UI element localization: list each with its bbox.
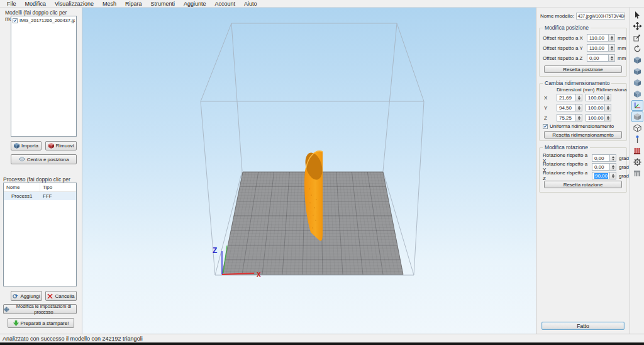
col-header-tipo[interactable]: Tipo	[40, 183, 72, 191]
wireframe-view-icon[interactable]	[631, 123, 643, 133]
models-panel: Modelli (fai doppio clic per modificare)…	[0, 8, 82, 334]
view-toolbar	[630, 8, 644, 334]
taskbar-strip	[0, 342, 644, 345]
process-table[interactable]: Nome Tipo Process1 FFF	[3, 183, 77, 286]
probe-icon[interactable]	[631, 134, 643, 145]
rotation-z-unit: grad	[619, 173, 629, 179]
rotate-icon[interactable]	[631, 43, 643, 54]
reset-position-button[interactable]: Resetta posizione	[544, 65, 622, 73]
dim-z-spinbox[interactable]: 75,25	[557, 114, 582, 122]
spin-up-icon[interactable]	[611, 36, 613, 38]
status-message: Analizzato con successo il modello con 2…	[3, 336, 143, 342]
menu-account[interactable]: Account	[210, 1, 240, 7]
process-type-cell: FFF	[40, 192, 72, 200]
rotation-z-label: Rotazione rispetto a Z	[543, 170, 592, 181]
process-gear-icon	[4, 307, 9, 312]
rotation-x-unit: grad	[619, 156, 629, 161]
offset-y-unit: mm	[618, 45, 626, 51]
delete-label: Cancella	[55, 293, 74, 299]
menu-aiuto[interactable]: Aiuto	[240, 1, 262, 7]
brush-icon[interactable]	[631, 168, 643, 179]
offset-z-unit: mm	[618, 55, 626, 61]
model-list[interactable]: IMG_20171206_200437.jpgW...	[11, 16, 77, 137]
model-visible-checkbox[interactable]	[13, 18, 18, 23]
offset-y-spinbox[interactable]: 110,00	[587, 44, 615, 52]
pct-z-spinbox[interactable]: 100,00	[586, 114, 611, 122]
uniform-scaling-checkbox[interactable]	[543, 124, 548, 129]
add-process-button[interactable]: Aggiungi	[11, 291, 42, 301]
delete-process-button[interactable]: Cancella	[45, 291, 77, 301]
col-header-nome[interactable]: Nome	[4, 183, 40, 191]
reset-rotation-button[interactable]: Resetta rotazione	[544, 181, 622, 188]
remove-label: Rimuovi	[56, 143, 74, 149]
viewport-3d[interactable]: Z X	[82, 8, 536, 334]
prepare-to-print-button[interactable]: Preparati a stampare!	[8, 318, 74, 328]
menu-file[interactable]: File	[3, 1, 21, 7]
done-button[interactable]: Fatto	[541, 322, 625, 330]
menu-aggiunte[interactable]: Aggiunte	[179, 1, 211, 7]
rotation-z-spinbox[interactable]: 90,00	[592, 172, 616, 179]
delete-icon	[47, 293, 53, 299]
print-label: Preparati a stampare!	[21, 320, 69, 326]
view-cube-default-icon[interactable]	[631, 55, 643, 65]
solid-view-icon[interactable]	[631, 111, 643, 122]
spin-up-icon[interactable]	[611, 46, 613, 48]
menu-bar: File Modifica Visualizzazione Mesh Ripar…	[0, 0, 644, 8]
menu-modifica[interactable]: Modifica	[21, 1, 51, 7]
import-button[interactable]: Importa	[11, 141, 42, 150]
offset-x-spinbox[interactable]: 110,00	[587, 34, 615, 42]
remove-icon	[48, 143, 54, 149]
center-and-arrange-button[interactable]: Centra e posiziona	[11, 154, 77, 164]
menu-visualizzazione[interactable]: Visualizzazione	[50, 1, 98, 7]
scale-icon[interactable]	[631, 32, 643, 43]
view-cube-front-icon[interactable]	[631, 77, 643, 88]
edit-process-label: Modifica le impostazioni di processo	[11, 303, 76, 315]
model-settings-panel: Nome modello: 437.jpgW100H75T3V4B0A0C0NS…	[536, 8, 630, 334]
dim-y-spinbox[interactable]: 94,50	[557, 104, 582, 111]
offset-z-spinbox[interactable]: 0,00	[587, 54, 615, 62]
spin-down-icon[interactable]	[611, 38, 613, 40]
view-cube-side-icon[interactable]	[631, 89, 643, 99]
uniform-scaling-label: Uniforma ridimensionamento	[550, 123, 614, 129]
spin-down-icon[interactable]	[611, 59, 613, 60]
center-arrange-label: Centra e posiziona	[27, 157, 69, 162]
view-cube-top-icon[interactable]	[631, 66, 643, 77]
spin-up-icon[interactable]	[611, 56, 613, 58]
select-cursor-icon[interactable]	[631, 9, 643, 20]
rotation-y-unit: grad	[619, 164, 629, 170]
process-row[interactable]: Process1 FFF	[4, 192, 76, 200]
import-icon	[14, 143, 19, 149]
add-label: Aggiungi	[20, 293, 40, 299]
position-group-title: Modifica posizione	[543, 25, 591, 31]
add-icon	[13, 293, 18, 299]
reset-scale-button[interactable]: Resetta ridimensionamento	[544, 131, 622, 139]
model-name-label: Nome modello:	[540, 13, 574, 19]
pct-x-spinbox[interactable]: 100,00	[586, 94, 611, 101]
pct-y-spinbox[interactable]: 100,00	[586, 104, 611, 111]
model-name-value: 437.jpgW100H75T3V4B0A0C0NS	[576, 13, 625, 20]
check-icon	[13, 18, 17, 23]
dim-x-spinbox[interactable]: 21,69	[557, 94, 582, 101]
edit-process-settings-button[interactable]: Modifica le impostazioni di processo	[3, 304, 77, 314]
dimensions-col-header: Dimensioni (mm)	[557, 87, 594, 93]
menu-ripara[interactable]: Ripara	[121, 1, 147, 7]
offset-x-unit: mm	[618, 35, 626, 41]
offset-y-label: Offset rispetto a Y	[543, 45, 587, 51]
axes-view-icon[interactable]	[631, 100, 643, 111]
process-table-header: Nome Tipo	[4, 183, 76, 192]
scene-canvas: Z X	[82, 8, 537, 334]
model-list-item[interactable]: IMG_20171206_200437.jpgW...	[11, 16, 76, 25]
model-item-label: IMG_20171206_200437.jpgW...	[19, 18, 75, 23]
menu-strumenti[interactable]: Strumenti	[146, 1, 179, 7]
status-bar: Analizzato con successo il modello con 2…	[0, 334, 644, 342]
offset-x-label: Offset rispetto a X	[543, 35, 587, 41]
move-icon[interactable]	[631, 21, 643, 31]
scale-x-axis-label: X	[544, 95, 557, 101]
support-icon[interactable]	[631, 145, 643, 156]
menu-mesh[interactable]: Mesh	[98, 1, 121, 7]
remove-button[interactable]: Rimuovi	[45, 141, 77, 150]
gear-icon[interactable]	[631, 157, 643, 167]
check-icon	[543, 124, 547, 128]
z-axis-label: Z	[213, 246, 217, 255]
spin-down-icon[interactable]	[611, 48, 613, 50]
